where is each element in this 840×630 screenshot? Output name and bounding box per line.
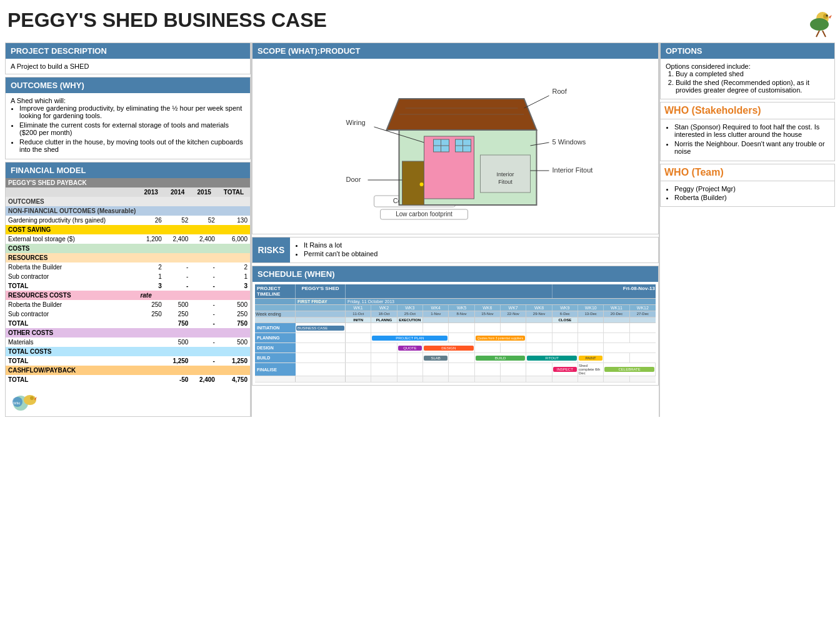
svg-text:Fitout: Fitout — [498, 179, 512, 185]
shed-diagram: Concrete Slab Low carbon footprint — [255, 61, 656, 224]
list-item: Permit can't be obtained — [304, 250, 378, 258]
section-outcomes: OUTCOMES — [6, 197, 250, 206]
gantt-initiation-row: INITIATION BUSINESS CASE — [255, 323, 656, 333]
wk10: WK10 — [578, 305, 604, 311]
schedule-section: SCHEDULE (WHEN) PROJECT TIMELINE PEGGY'S… — [252, 266, 659, 386]
wk5: WK5 — [449, 305, 474, 311]
table-row: Roberta the Builder 2 - - 2 — [6, 262, 250, 272]
task-quotes: Quotes from 3 potential suppliers — [476, 336, 526, 341]
timeline-label: PROJECT TIMELINE — [255, 284, 296, 298]
svg-text:Wiring: Wiring — [346, 119, 366, 126]
wk4: WK4 — [423, 305, 449, 311]
gantt-design-row: DESIGN QUOTE DESIGN — [255, 343, 656, 353]
fri-date: Fri-08-Nov-13 — [552, 284, 656, 298]
task-slab: SLAB — [424, 356, 448, 361]
who-team-body: Peggy (Project Mgr) Roberta (Builder) — [661, 181, 834, 206]
val-total: 6,000 — [218, 234, 250, 244]
outcomes-header: OUTCOMES (WHY) — [6, 78, 250, 93]
task-inspect: INSPECT — [553, 367, 577, 372]
svg-text:Wiki: Wiki — [13, 401, 20, 405]
phase-finalise: FINALISE — [255, 363, 296, 376]
shed-complete-text: Shed complete 6th Dec — [578, 363, 604, 376]
page-title: PEGGY'S SHED BUSINESS CASE — [8, 9, 327, 32]
who-team-section: WHO (Team) Peggy (Project Mgr) Roberta (… — [660, 164, 835, 207]
phase-labels-row: INITN PLANNG EXECUTION CLOSE — [255, 318, 656, 323]
table-row: RESOURCES — [6, 253, 250, 262]
list-item: It Rains a lot — [304, 241, 378, 249]
task-quote: QUOTE — [398, 346, 422, 351]
subsection-costs: COSTS — [6, 244, 250, 253]
table-row: COST SAVING — [6, 225, 250, 234]
gantt-footer-row — [255, 376, 656, 382]
svg-point-1 — [810, 18, 829, 31]
task-business-case: BUSINESS CASE — [296, 326, 344, 331]
gantt-finalise-row: FINALISE INSPECT — [255, 363, 656, 376]
col-total: TOTAL — [218, 188, 250, 197]
project-description-section: PROJECT DESCRIPTION A Project to build a… — [5, 42, 251, 74]
gantt-build-row: BUILD SLAB BUILD — [255, 353, 656, 363]
financial-table-container: PEGGY'S SHED PAYBACK 2013 2014 2015 TOTA… — [6, 178, 250, 384]
task-design: DESIGN — [424, 346, 474, 351]
table-row: OTHER COSTS — [6, 328, 250, 338]
svg-text:Low carbon footprint: Low carbon footprint — [396, 211, 452, 218]
risks-section: RISKS It Rains a lot Permit can't be obt… — [252, 237, 659, 263]
wk2: WK2 — [371, 305, 397, 311]
middle-column: SCOPE (WHAT):PRODUCT Concrete Slab Low c… — [252, 42, 660, 417]
scope-section: SCOPE (WHAT):PRODUCT Concrete Slab Low c… — [252, 42, 659, 234]
options-body: Options considered include: Buy a comple… — [661, 59, 834, 99]
options-header: OPTIONS — [661, 43, 834, 59]
table-row: NON-FINANCIAL OUTCOMES (Measurable) — [6, 206, 250, 216]
task-fitout: FITOUT — [527, 356, 577, 361]
week-numbers-row: WK1 WK2 WK3 WK4 WK5 WK6 WK7 WK8 WK9 WK10… — [255, 305, 656, 311]
content-grid: PROJECT DESCRIPTION A Project to build a… — [5, 42, 835, 417]
rate-label: rate — [138, 291, 164, 300]
task-paint: PAINT — [579, 356, 602, 361]
phase-build: BUILD — [255, 353, 296, 362]
left-column: PROJECT DESCRIPTION A Project to build a… — [5, 42, 252, 417]
table-row: External tool storage ($) 1,200 2,400 2,… — [6, 234, 250, 244]
subsection-non-financial: NON-FINANCIAL OUTCOMES (Measurable) — [6, 206, 250, 216]
wk9: WK9 — [552, 305, 578, 311]
table-row: TOTAL COSTS — [6, 347, 250, 356]
options-section: OPTIONS Options considered include: Buy … — [660, 42, 835, 99]
phase-planning: PLANNING — [255, 333, 296, 342]
val-2014: 52 — [164, 216, 191, 225]
first-friday-date: Friday, 11 October 2013 — [346, 299, 656, 304]
resources-cost-label: RESOURCES COSTS — [6, 291, 138, 300]
risks-header: RISKS — [252, 238, 290, 262]
scope-header: SCOPE (WHAT):PRODUCT — [252, 43, 658, 59]
val-2015: 52 — [191, 216, 218, 225]
list-item: Norris the Neighbour. Doesn't want any t… — [674, 140, 829, 155]
table-row: OUTCOMES — [6, 197, 250, 206]
val-2013: 1,200 — [138, 234, 164, 244]
col-name — [6, 188, 138, 197]
table-title: PEGGY'S SHED PAYBACK — [6, 178, 250, 188]
svg-point-21 — [420, 182, 424, 186]
wk7: WK7 — [501, 305, 526, 311]
who-stakeholders-body: Stan (Sponsor) Required to foot half the… — [661, 119, 834, 161]
list-item: Improve gardening productivity, by elimi… — [19, 104, 245, 119]
phase-design: DESIGN — [255, 343, 296, 352]
scope-body: Concrete Slab Low carbon footprint — [252, 59, 658, 234]
who-stakeholders-header: WHO (Stakeholders) — [661, 102, 834, 119]
first-friday-label: FIRST FRIDAY — [296, 299, 346, 304]
row-label: TOTAL — [6, 281, 138, 291]
table-row: Materials 500 - 500 — [6, 338, 250, 347]
right-column: OPTIONS Options considered include: Buy … — [660, 42, 835, 417]
team-list: Peggy (Project Mgr) Roberta (Builder) — [666, 185, 829, 201]
outcomes-body: A Shed which will: Improve gardening pro… — [6, 93, 250, 159]
page-header: PEGGY'S SHED BUSINESS CASE — [5, 5, 835, 42]
who-team-header: WHO (Team) — [661, 164, 834, 181]
val-2015: 2,400 — [191, 234, 218, 244]
svg-point-11 — [30, 396, 34, 400]
outcomes-list: Improve gardening productivity, by elimi… — [11, 104, 245, 153]
table-row: Sub contractor 1 - - 1 — [6, 272, 250, 281]
svg-text:Roof: Roof — [552, 88, 568, 95]
svg-line-6 — [822, 31, 826, 37]
svg-text:Door: Door — [346, 176, 361, 183]
options-intro: Options considered include: — [666, 62, 829, 70]
bottom-logo: Wiki — [6, 388, 250, 416]
table-row: Gardening productivity (hrs gained) 26 5… — [6, 216, 250, 225]
schedule-header: SCHEDULE (WHEN) — [252, 266, 658, 282]
task-project-plan: PROJECT PLAN — [372, 336, 448, 341]
